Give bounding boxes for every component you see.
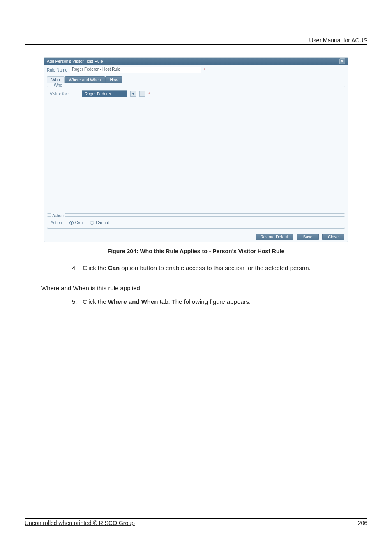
figure-caption: Figure 204: Who this Rule Applies to - P… bbox=[25, 248, 367, 254]
required-mark: * bbox=[204, 68, 205, 72]
visitor-for-label: Visitor for : bbox=[50, 92, 78, 96]
close-icon[interactable]: ✕ bbox=[339, 58, 345, 64]
visitor-for-select[interactable]: Roger Federer bbox=[82, 90, 127, 97]
panel-legend-who: Who bbox=[52, 83, 64, 88]
who-panel-spacer bbox=[50, 97, 342, 211]
visitor-for-row: Visitor for : Roger Federer ▾ ... * bbox=[50, 90, 342, 97]
dialog-body: Who Where and When How Who Visitor for :… bbox=[44, 75, 348, 231]
step-5-bold: Where and When bbox=[108, 298, 158, 305]
browse-button[interactable]: ... bbox=[139, 91, 145, 97]
visitor-for-value: Roger Federer bbox=[85, 92, 111, 96]
tab-how[interactable]: How bbox=[105, 76, 122, 83]
close-button[interactable]: Close bbox=[322, 234, 344, 240]
radio-cannot-label: Cannot bbox=[96, 220, 109, 225]
tab-who[interactable]: Who bbox=[47, 76, 65, 83]
dialog-titlebar: Add Person's Visitor Host Rule ✕ bbox=[44, 58, 348, 65]
footer-left: Uncontrolled when printed © RISCO Group bbox=[25, 520, 135, 526]
radio-can-label: Can bbox=[75, 220, 83, 225]
dialog-screenshot: Add Person's Visitor Host Rule ✕ Rule Na… bbox=[44, 57, 348, 242]
radio-cannot-wrap[interactable]: Cannot bbox=[90, 220, 109, 225]
action-row: Action Can Cannot bbox=[51, 220, 341, 225]
radio-can-wrap[interactable]: Can bbox=[69, 220, 83, 225]
action-panel: Action Action Can Cannot bbox=[47, 216, 345, 229]
dropdown-icon[interactable]: ▾ bbox=[130, 91, 136, 97]
radio-cannot[interactable] bbox=[90, 221, 94, 225]
step-4-suffix: option button to enable access to this s… bbox=[120, 264, 310, 271]
tab-strip: Who Where and When How bbox=[47, 76, 345, 83]
dialog-footer-buttons: Restore Default Save Close bbox=[44, 231, 348, 242]
step-5: 5. Click the Where and When tab. The fol… bbox=[72, 297, 367, 307]
panel-legend-action: Action bbox=[51, 213, 65, 218]
restore-default-button[interactable]: Restore Default bbox=[256, 234, 293, 240]
rule-name-row: Rule Name Roger Federer - Host Rule * bbox=[44, 65, 348, 75]
required-mark-2: * bbox=[148, 92, 150, 96]
step-4-bold: Can bbox=[108, 264, 120, 271]
dialog-title: Add Person's Visitor Host Rule bbox=[47, 59, 103, 64]
step-4-prefix: Click the bbox=[83, 264, 108, 271]
step-5-number: 5. bbox=[72, 297, 81, 307]
step-5-suffix: tab. The following figure appears. bbox=[158, 298, 251, 305]
tab-where-and-when[interactable]: Where and When bbox=[65, 76, 106, 83]
step-5-prefix: Click the bbox=[83, 298, 108, 305]
action-label: Action bbox=[51, 220, 62, 225]
section-intro: Where and When is this rule applied: bbox=[41, 284, 367, 291]
save-button[interactable]: Save bbox=[297, 234, 319, 240]
page-number: 206 bbox=[358, 520, 367, 526]
who-panel: Who Visitor for : Roger Federer ▾ ... * bbox=[47, 86, 345, 214]
page-header: User Manual for ACUS bbox=[25, 37, 367, 45]
step-4-number: 4. bbox=[72, 264, 81, 273]
radio-can[interactable] bbox=[69, 221, 74, 225]
rule-name-label: Rule Name bbox=[47, 68, 67, 72]
document-page: User Manual for ACUS Add Person's Visito… bbox=[0, 0, 392, 555]
page-footer: Uncontrolled when printed © RISCO Group … bbox=[25, 518, 367, 526]
rule-name-input[interactable]: Roger Federer - Host Rule bbox=[70, 67, 201, 73]
step-4: 4. Click the Can option button to enable… bbox=[72, 264, 367, 273]
